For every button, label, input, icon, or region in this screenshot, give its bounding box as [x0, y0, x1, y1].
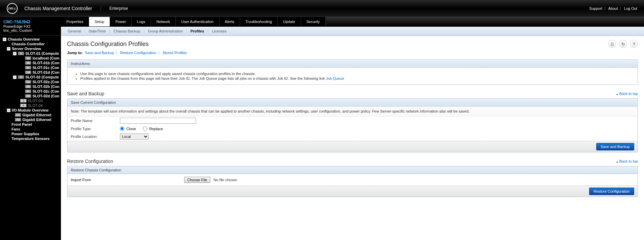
app-subtitle: Enterprise: [101, 6, 128, 11]
clone-radio[interactable]: [120, 126, 124, 131]
tree-power-supplies[interactable]: Power Supplies: [0, 131, 61, 136]
profile-name-label: Profile Name:: [71, 119, 120, 123]
tree-front-panel[interactable]: Front Panel: [0, 122, 61, 127]
main-tabs: Properties Setup Power Logs Network User…: [61, 17, 644, 27]
save-section-title: Save and Backup: [67, 91, 104, 96]
device-detail: lmc_e6c, Custom: [3, 28, 58, 32]
tree-slot-01c[interactable]: 1cSLOT-01c (Con: [0, 65, 61, 70]
header-links: Support| About| Log Out: [589, 6, 637, 10]
sub-tabs: General| Date/Time| Chassis Backup| Grou…: [61, 27, 644, 36]
profile-location-label: Profile Location:: [71, 135, 120, 139]
instructions-header: Instructions: [67, 60, 638, 68]
save-panel-header: Save Current Configuration: [67, 99, 638, 106]
tab-setup[interactable]: Setup: [89, 17, 110, 26]
replace-label: Replace: [149, 127, 163, 131]
jumpto-restore[interactable]: Restore Configuration: [120, 51, 156, 55]
instructions-panel: Instructions Use this page to save chass…: [67, 59, 638, 85]
help-icon[interactable]: ?: [630, 40, 638, 48]
app-title: Chassis Management Controller: [24, 6, 101, 11]
instruction-line2: Profiles applied to the chassis from thi…: [80, 76, 633, 80]
logout-link[interactable]: Log Out: [624, 6, 637, 10]
profile-type-label: Profile Type:: [71, 127, 120, 131]
collapse-icon[interactable]: −: [7, 109, 10, 112]
subtab-chassis-backup[interactable]: Chassis Backup: [111, 28, 143, 34]
tree-slot-02[interactable]: −2SLOT-02 (Compute: [0, 75, 61, 79]
tab-alerts[interactable]: Alerts: [219, 17, 240, 26]
app-header: DELL Chassis Management Controller Enter…: [0, 0, 644, 17]
back-to-top-link[interactable]: Back to top: [616, 92, 638, 96]
page-title: Chassis Configuration Profiles: [67, 41, 149, 48]
tree-slot-01a[interactable]: 1alocalhost (Com: [0, 56, 61, 61]
support-link[interactable]: Support: [589, 6, 602, 10]
tab-update[interactable]: Update: [278, 17, 301, 26]
tree-io-overview[interactable]: −I/O Module Overview: [0, 108, 61, 113]
tree-fans[interactable]: Fans: [0, 127, 61, 131]
job-queue-link[interactable]: Job Queue: [326, 76, 344, 80]
tree-slot-02c[interactable]: 2cSLOT-02c (Con: [0, 89, 61, 94]
tree-slot-01b[interactable]: 1bSLOT-01b (Con: [0, 61, 61, 65]
restore-config-button[interactable]: Restore Configuration: [589, 188, 634, 195]
jumpto-save[interactable]: Save and Backup: [85, 51, 114, 55]
print-icon[interactable]: ⎙: [608, 40, 616, 48]
save-note: Note: The template will save information…: [67, 106, 638, 116]
save-panel: Save Current Configuration Note: The tem…: [67, 98, 638, 152]
device-name: CMC-7S6J942: [3, 20, 58, 24]
tree-chassis-controller[interactable]: Chassis Controller: [0, 42, 61, 46]
jumpto-label: Jump to:: [67, 51, 83, 55]
profile-name-input[interactable]: [120, 118, 196, 124]
tree-io-a2[interactable]: A2Gigabit Ethernet: [0, 117, 61, 122]
tab-network[interactable]: Network: [151, 17, 176, 26]
back-to-top-link[interactable]: Back to top: [616, 159, 638, 163]
collapse-icon[interactable]: −: [7, 47, 10, 51]
instruction-line1: Use this page to save chassis configurat…: [80, 72, 633, 76]
clone-label: Clone: [126, 127, 136, 131]
tab-logs[interactable]: Logs: [132, 17, 151, 26]
collapse-icon[interactable]: −: [13, 75, 17, 79]
sidebar: CMC-7S6J942 PowerEdge FX2 lmc_e6c, Custo…: [0, 17, 61, 240]
device-info: CMC-7S6J942 PowerEdge FX2 lmc_e6c, Custo…: [0, 17, 61, 35]
replace-radio[interactable]: [143, 126, 147, 131]
subtab-profiles[interactable]: Profiles: [188, 28, 207, 34]
subtab-group-admin[interactable]: Group Administration: [145, 28, 186, 34]
nav-tree: −Chassis Overview Chassis Controller −Se…: [0, 35, 61, 142]
content-area: Properties Setup Power Logs Network User…: [61, 17, 644, 240]
tree-slot-04[interactable]: 4SLOT-04: [0, 103, 61, 108]
subtab-datetime[interactable]: Date/Time: [86, 28, 108, 34]
tree-server-overview[interactable]: −Server Overview: [0, 46, 61, 51]
tab-power[interactable]: Power: [110, 17, 132, 26]
tab-properties[interactable]: Properties: [61, 17, 89, 26]
choose-file-button[interactable]: Choose File: [184, 177, 210, 183]
import-from-label: Import From: [71, 178, 181, 182]
jump-to-bar: Jump to: Save and Backup| Restore Config…: [67, 51, 638, 55]
file-status: No file chosen: [214, 178, 237, 182]
restore-panel: Restore Chassis Configuration Import Fro…: [67, 166, 638, 197]
tab-security[interactable]: Security: [301, 17, 326, 26]
tab-user-auth[interactable]: User Authentication: [176, 17, 219, 26]
restore-panel-header: Restore Chassis Configuration: [67, 166, 638, 174]
refresh-icon[interactable]: ↻: [619, 40, 627, 48]
save-backup-button[interactable]: Save and Backup: [596, 143, 634, 150]
tree-slot-01d[interactable]: 1dSLOT-01d (Con: [0, 70, 61, 75]
tree-temp-sensors[interactable]: Temperature Sensors: [0, 136, 61, 141]
tree-slot-02b[interactable]: 2bSLOT-02b (Con: [0, 84, 61, 89]
subtab-licenses[interactable]: Licenses: [209, 28, 229, 34]
device-model: PowerEdge FX2: [3, 24, 58, 28]
tab-troubleshooting[interactable]: Troubleshooting: [240, 17, 278, 26]
profile-location-select[interactable]: Local: [120, 134, 149, 140]
restore-section-title: Restore Configuration: [67, 159, 113, 164]
tree-io-a1[interactable]: A1Gigabit Ethernet: [0, 113, 61, 117]
tree-slot-01[interactable]: −1SLOT-01 (Compute: [0, 51, 61, 56]
tree-slot-02a[interactable]: 2aSLOT-02a (Con: [0, 79, 61, 84]
collapse-icon[interactable]: −: [3, 38, 6, 41]
tree-slot-02d[interactable]: 2dSLOT-02d (Con: [0, 94, 61, 98]
tree-chassis-overview[interactable]: −Chassis Overview: [0, 37, 61, 42]
dell-logo: DELL: [7, 3, 18, 14]
jumpto-stored[interactable]: Stored Profiles: [163, 51, 187, 55]
tree-slot-03[interactable]: 3SLOT-03: [0, 98, 61, 103]
subtab-general[interactable]: General: [65, 28, 84, 34]
about-link[interactable]: About: [608, 6, 618, 10]
collapse-icon[interactable]: −: [13, 52, 17, 55]
